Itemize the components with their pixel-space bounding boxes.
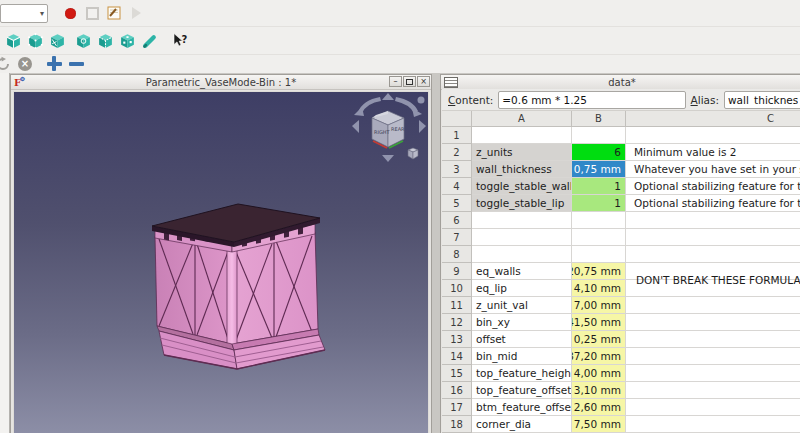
row-header-5[interactable]: 5 xyxy=(442,195,472,212)
cell-B12[interactable]: 41,50 mm xyxy=(572,314,626,331)
cell-C17[interactable] xyxy=(626,399,800,416)
row-header-15[interactable]: 15 xyxy=(442,365,472,382)
cell-A16[interactable]: top_feature_offset xyxy=(472,382,572,399)
stop-macro-button[interactable] xyxy=(81,2,103,24)
row-header-3[interactable]: 3 xyxy=(442,161,472,178)
execute-macro-button[interactable] xyxy=(125,2,147,24)
cell-B11[interactable]: 7,00 mm xyxy=(572,297,626,314)
cell-A6[interactable] xyxy=(472,212,572,229)
record-macro-button[interactable] xyxy=(59,2,81,24)
maximize-button[interactable] xyxy=(403,76,416,87)
cell-C16[interactable] xyxy=(626,382,800,399)
refresh-button[interactable] xyxy=(0,53,14,75)
cell-B1[interactable] xyxy=(572,127,626,144)
draw-style-wireframe-button[interactable] xyxy=(46,29,68,51)
row-header-7[interactable]: 7 xyxy=(442,229,472,246)
column-header-A[interactable]: A xyxy=(472,111,572,127)
cell-A18[interactable]: corner_dia xyxy=(472,416,572,433)
row-header-8[interactable]: 8 xyxy=(442,246,472,263)
cell-B6[interactable] xyxy=(572,212,626,229)
alias-input[interactable] xyxy=(724,91,800,109)
cell-C18[interactable] xyxy=(626,416,800,433)
cell-B10[interactable]: 4,10 mm xyxy=(572,280,626,297)
cell-C15[interactable] xyxy=(626,365,800,382)
add-button[interactable] xyxy=(43,53,65,75)
cell-A15[interactable]: top_feature_height xyxy=(472,365,572,382)
cell-B18[interactable]: 7,50 mm xyxy=(572,416,626,433)
row-header-16[interactable]: 16 xyxy=(442,382,472,399)
remove-button[interactable] xyxy=(65,53,87,75)
draw-style-no-shading-button[interactable] xyxy=(94,29,116,51)
row-header-10[interactable]: 10 xyxy=(442,280,472,297)
stop-button[interactable]: × xyxy=(14,53,36,75)
cell-B9[interactable]: 20,75 mm xyxy=(572,263,626,280)
cell-A9[interactable]: eq_walls xyxy=(472,263,572,280)
cell-C13[interactable] xyxy=(626,331,800,348)
edit-macro-button[interactable] xyxy=(103,2,125,24)
row-header-1[interactable]: 1 xyxy=(442,127,472,144)
cell-A11[interactable]: z_unit_val xyxy=(472,297,572,314)
spreadsheet-titlebar[interactable]: data* xyxy=(441,75,800,90)
cell-B4[interactable]: 1 xyxy=(572,178,626,195)
cell-A12[interactable]: bin_xy xyxy=(472,314,572,331)
content-input[interactable] xyxy=(498,91,685,109)
draw-style-hidden-line-button[interactable] xyxy=(72,29,94,51)
whats-this-button[interactable]: ? xyxy=(169,29,191,51)
cell-C12[interactable] xyxy=(626,314,800,331)
cell-C3[interactable]: Whatever you have set in your slicer - T… xyxy=(626,161,800,178)
cell-A1[interactable] xyxy=(472,127,572,144)
cell-B13[interactable]: 0,25 mm xyxy=(572,331,626,348)
cell-A14[interactable]: bin_mid xyxy=(472,348,572,365)
cell-B3[interactable]: 0,75 mm xyxy=(572,161,626,178)
row-header-9[interactable]: 9 xyxy=(442,263,472,280)
cell-A2[interactable]: z_units xyxy=(472,144,572,161)
cell-A5[interactable]: toggle_stable_lip xyxy=(472,195,572,212)
row-header-6[interactable]: 6 xyxy=(442,212,472,229)
cell-A10[interactable]: eq_lip xyxy=(472,280,572,297)
cell-B7[interactable] xyxy=(572,229,626,246)
macro-combobox[interactable]: ▾ xyxy=(0,4,48,23)
column-header-B[interactable]: B xyxy=(572,111,626,127)
cell-C2[interactable]: Minimum value is 2 xyxy=(626,144,800,161)
corner-header[interactable] xyxy=(442,111,472,127)
cell-A3[interactable]: wall_thickness xyxy=(472,161,572,178)
close-button[interactable]: × xyxy=(417,76,430,87)
viewport-titlebar[interactable]: F⚙ Parametric_VaseMode-Bin : 1* – × xyxy=(11,75,431,90)
row-header-14[interactable]: 14 xyxy=(442,348,472,365)
cell-C1[interactable] xyxy=(626,127,800,144)
cell-B5[interactable]: 1 xyxy=(572,195,626,212)
draw-style-points-button[interactable] xyxy=(24,29,46,51)
cell-B17[interactable]: 2,60 mm xyxy=(572,399,626,416)
row-header-13[interactable]: 13 xyxy=(442,331,472,348)
cell-C11[interactable] xyxy=(626,297,800,314)
row-header-11[interactable]: 11 xyxy=(442,297,472,314)
cell-B15[interactable]: 4,00 mm xyxy=(572,365,626,382)
cell-C4[interactable]: Optional stabilizing feature for the sid… xyxy=(626,178,800,195)
row-header-12[interactable]: 12 xyxy=(442,314,472,331)
cell-B2[interactable]: 6 xyxy=(572,144,626,161)
edit-pen-button[interactable] xyxy=(138,29,160,51)
cell-A8[interactable] xyxy=(472,246,572,263)
cell-A4[interactable]: toggle_stable_walls xyxy=(472,178,572,195)
draw-style-as-is-button[interactable] xyxy=(2,29,24,51)
minimize-button[interactable]: – xyxy=(389,76,402,87)
cell-B14[interactable]: 37,20 mm xyxy=(572,348,626,365)
row-header-2[interactable]: 2 xyxy=(442,144,472,161)
row-header-4[interactable]: 4 xyxy=(442,178,472,195)
cell-B8[interactable] xyxy=(572,246,626,263)
row-header-17[interactable]: 17 xyxy=(442,399,472,416)
dock-panel-edge[interactable] xyxy=(0,73,10,433)
column-header-C[interactable]: C xyxy=(626,111,800,127)
cell-C8[interactable] xyxy=(626,246,800,263)
cell-A17[interactable]: btm_feature_offset xyxy=(472,399,572,416)
cell-C5[interactable]: Optional stabilizing feature for the top… xyxy=(626,195,800,212)
cell-C6[interactable] xyxy=(626,212,800,229)
cell-A7[interactable] xyxy=(472,229,572,246)
navigation-cluster[interactable]: RIGHT REAR xyxy=(350,92,428,170)
cell-A13[interactable]: offset xyxy=(472,331,572,348)
row-header-18[interactable]: 18 xyxy=(442,416,472,433)
cell-B16[interactable]: 3,10 mm xyxy=(572,382,626,399)
cell-C14[interactable] xyxy=(626,348,800,365)
cell-C7[interactable] xyxy=(626,229,800,246)
3d-view[interactable]: RIGHT REAR xyxy=(14,92,428,433)
